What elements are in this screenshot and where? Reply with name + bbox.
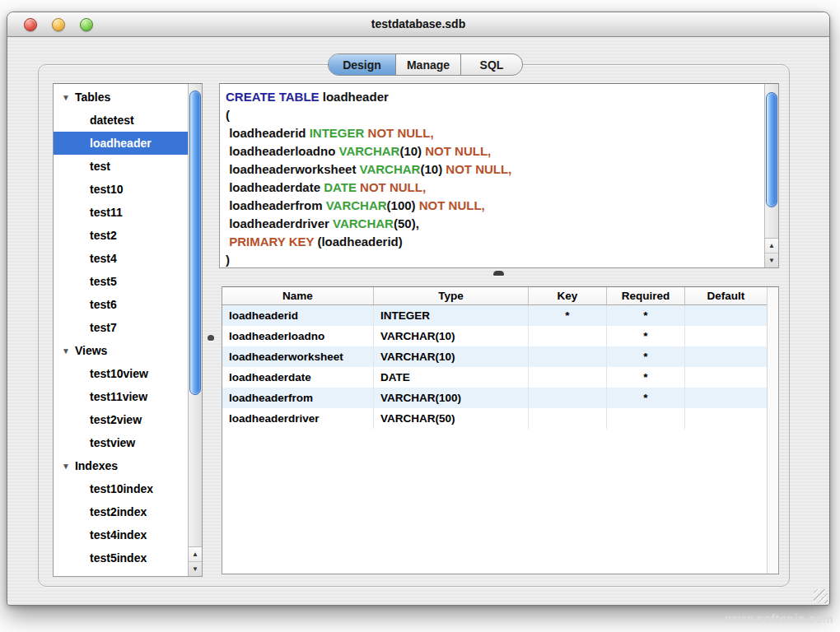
disclosure-triangle-icon[interactable]: ▼	[62, 455, 70, 477]
cell-key	[529, 367, 607, 388]
watermark: www.softonic.com	[726, 612, 833, 625]
cell-required: *	[607, 388, 685, 408]
sql-line: loadheaderworksheet VARCHAR(10) NOT NULL…	[226, 160, 762, 179]
cell-name: loadheaderworksheet	[222, 346, 374, 367]
cell-type: VARCHAR(10)	[374, 326, 529, 346]
sidebar-group-views[interactable]: ▼Views	[54, 339, 188, 362]
window-title: testdatabase.sdb	[7, 17, 829, 30]
column-header-type[interactable]: Type	[374, 287, 529, 304]
sidebar-item-loadheader[interactable]: loadheader	[54, 132, 188, 155]
cell-default	[685, 367, 768, 388]
sidebar-item-datetest[interactable]: datetest	[54, 109, 188, 132]
window-titlebar[interactable]: testdatabase.sdb	[7, 12, 829, 37]
cell-type: VARCHAR(100)	[374, 388, 529, 408]
cell-key	[529, 326, 607, 346]
scroll-down-icon[interactable]: ▼	[765, 253, 778, 267]
column-header-name[interactable]: Name	[222, 287, 374, 304]
sidebar-item-test4index[interactable]: test4index	[54, 523, 188, 546]
disclosure-triangle-icon[interactable]: ▼	[62, 340, 70, 362]
disclosure-triangle-icon[interactable]: ▼	[62, 86, 70, 109]
view-tab-bar: DesignManageSQL	[328, 53, 523, 76]
sidebar-item-test10view[interactable]: test10view	[54, 362, 188, 385]
sidebar-item-test7[interactable]: test7	[54, 316, 188, 339]
sql-text: CREATE TABLE loadheader( loadheaderid IN…	[226, 88, 762, 268]
cell-required: *	[607, 346, 685, 367]
tab-manage[interactable]: Manage	[395, 54, 460, 75]
sidebar-scrollbar[interactable]: ▲ ▼	[188, 84, 202, 576]
sidebar-item-test11view[interactable]: test11view	[54, 385, 188, 408]
cell-name: loadheaderdate	[222, 367, 374, 388]
cell-default	[685, 326, 768, 346]
scroll-up-icon[interactable]: ▲	[189, 547, 202, 561]
app-window: testdatabase.sdb DesignManageSQL ▼Tables…	[7, 12, 830, 606]
table-row[interactable]: loadheaderdateDATE*	[222, 367, 778, 388]
sql-line: PRIMARY KEY (loadheaderid)	[226, 233, 762, 251]
scroll-up-icon[interactable]: ▲	[765, 239, 778, 253]
sql-line: loadheaderid INTEGER NOT NULL,	[226, 124, 762, 142]
sql-line: loadheaderdate DATE NOT NULL,	[226, 179, 762, 197]
sidebar-item-test5[interactable]: test5	[54, 270, 188, 293]
sidebar-item-test2index[interactable]: test2index	[54, 500, 188, 523]
sql-line: )	[226, 251, 762, 268]
panel-splitter-handle[interactable]	[493, 271, 504, 276]
cell-type: VARCHAR(10)	[374, 346, 529, 367]
cell-required	[607, 408, 685, 429]
cell-default	[685, 346, 768, 367]
cell-name: loadheaderfrom	[222, 388, 374, 408]
sql-line: loadheaderdriver VARCHAR(50),	[226, 215, 762, 233]
sql-line: loadheaderloadno VARCHAR(10) NOT NULL,	[226, 142, 762, 160]
cell-default	[685, 305, 768, 326]
resize-grip-icon[interactable]	[814, 589, 828, 603]
sidebar-item-test5index[interactable]: test5index	[54, 546, 188, 569]
column-header-key[interactable]: Key	[529, 287, 607, 304]
columns-table-body: loadheaderidINTEGER**loadheaderloadnoVAR…	[222, 305, 778, 429]
cell-default	[685, 388, 768, 408]
sql-scrollbar-thumb[interactable]	[766, 92, 777, 207]
cell-name: loadheaderdriver	[222, 408, 374, 429]
cell-key	[529, 388, 607, 408]
object-browser-list[interactable]: ▼Tablesdatetestloadheadertesttest10test1…	[53, 83, 203, 577]
scroll-down-icon[interactable]: ▼	[189, 561, 202, 576]
sidebar-group-indexes[interactable]: ▼Indexes	[54, 454, 188, 477]
sidebar-splitter-handle[interactable]	[208, 335, 214, 341]
cell-key	[529, 346, 607, 367]
tab-sql[interactable]: SQL	[460, 54, 522, 75]
table-row[interactable]: loadheaderidINTEGER**	[222, 305, 778, 326]
sidebar-scrollbar-buttons: ▲ ▼	[189, 546, 202, 576]
sidebar-item-test10index[interactable]: test10index	[54, 477, 188, 500]
cell-name: loadheaderid	[222, 305, 374, 326]
cell-required: *	[607, 305, 685, 326]
cell-name: loadheaderloadno	[222, 326, 374, 346]
cell-key: *	[529, 305, 607, 326]
table-row[interactable]: loadheaderloadnoVARCHAR(10)*	[222, 326, 778, 346]
sidebar-group-tables[interactable]: ▼Tables	[54, 86, 188, 109]
sql-scrollbar-buttons: ▲ ▼	[765, 238, 778, 267]
table-row[interactable]: loadheaderfromVARCHAR(100)*	[222, 388, 778, 408]
cell-type: INTEGER	[374, 305, 529, 326]
sidebar-item-test6[interactable]: test6	[54, 293, 188, 316]
sidebar-scrollbar-thumb[interactable]	[189, 91, 201, 395]
column-header-default[interactable]: Default	[685, 287, 768, 304]
cell-default	[685, 408, 768, 429]
table-scrollbar-track[interactable]	[767, 287, 778, 574]
cell-required: *	[607, 326, 685, 346]
sql-editor[interactable]: CREATE TABLE loadheader( loadheaderid IN…	[219, 83, 779, 268]
sql-line: CREATE TABLE loadheader	[226, 88, 762, 106]
tab-design[interactable]: Design	[329, 54, 395, 75]
sidebar-item-test[interactable]: test	[54, 155, 188, 178]
table-row[interactable]: loadheaderdriverVARCHAR(50)	[222, 408, 778, 429]
sidebar-item-test2view[interactable]: test2view	[54, 408, 188, 431]
sidebar-item-test11[interactable]: test11	[54, 201, 188, 224]
columns-table-header: NameTypeKeyRequiredDefault	[222, 287, 778, 305]
column-header-required[interactable]: Required	[607, 287, 685, 304]
sidebar-item-test4[interactable]: test4	[54, 247, 188, 270]
columns-table[interactable]: NameTypeKeyRequiredDefault loadheaderidI…	[222, 286, 779, 574]
object-browser-items: ▼Tablesdatetestloadheadertesttest10test1…	[54, 86, 188, 577]
cell-key	[529, 408, 607, 429]
table-row[interactable]: loadheaderworksheetVARCHAR(10)*	[222, 346, 778, 367]
sidebar-item-test7index[interactable]: test7index	[54, 569, 188, 577]
sidebar-item-test2[interactable]: test2	[54, 224, 188, 247]
sidebar-item-testview[interactable]: testview	[54, 431, 188, 454]
sql-scrollbar[interactable]: ▲ ▼	[764, 84, 778, 267]
sidebar-item-test10[interactable]: test10	[54, 178, 188, 201]
